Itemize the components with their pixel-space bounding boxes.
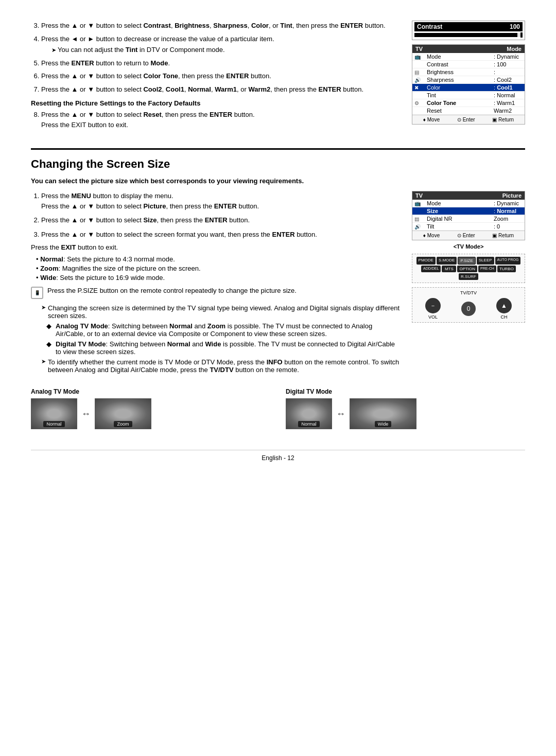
main-content: Press the MENU button to display the men… (31, 191, 525, 378)
bullet-list: Normal: Sets the picture to 4:3 normal m… (31, 255, 402, 282)
reset-heading: Resetting the Picture Settings to the Fa… (31, 99, 402, 107)
zero-btn[interactable]: 0 (461, 302, 476, 316)
ch-label: CH (501, 314, 508, 320)
contrast-bar-track (414, 33, 523, 37)
page: Press the ▲ or ▼ button to select Contra… (0, 0, 556, 482)
tv-menu-row-color: ✖ Color : Cool1 (412, 84, 525, 92)
tip-1: ➤ Changing the screen size is determined… (41, 304, 402, 320)
step-7: Press the ▲ or ▼ button to select Cool2,… (41, 84, 402, 95)
colortone-icon: ⚙ (414, 100, 425, 106)
tip-digital: ◆ Digital TV Mode: Switching between Nor… (46, 340, 402, 356)
tv-menu-right-size: Size : Normal (412, 207, 525, 215)
turbo-btn[interactable]: TURBO (497, 266, 516, 272)
mts-btn[interactable]: MTS (442, 266, 456, 272)
tip-identify: ➤ To identify whether the current mode i… (41, 358, 402, 374)
digital-arrow: ↔ (336, 409, 345, 419)
contrast-label: Contrast (417, 23, 442, 30)
step-8: Press the ▲ or ▼ button to select Reset,… (41, 110, 402, 130)
page-footer: English - 12 (31, 450, 525, 462)
bullet-zoom: Zoom: Magnifies the size of the picture … (36, 265, 402, 272)
ch-up-btn[interactable]: ▲ (496, 298, 512, 313)
sleep-btn[interactable]: SLEEP (477, 257, 494, 265)
contrast-bar-container: Contrast 100 (412, 21, 525, 40)
tv-menu-row-reset: Reset Warm2 (412, 107, 525, 115)
tv-menu-row-tint: Tint : Normal (412, 92, 525, 99)
exit-note: Press the EXIT button to exit. (31, 243, 402, 251)
psize-btn[interactable]: P.SIZE (458, 257, 475, 265)
tv-menu-row-contrast: Contrast : 100 (412, 61, 525, 68)
right-panels: TV Picture 📺 Mode : Dynamic Size : Norma… (412, 191, 525, 378)
pmode-btn[interactable]: PMODE (416, 257, 436, 265)
digital-wide-screen: Wide (350, 398, 416, 429)
numbered-steps: Press the MENU button to display the men… (31, 191, 402, 239)
psize-note: Press the P.SIZE button on the remote co… (47, 287, 297, 294)
footer-text: English - 12 (262, 454, 294, 462)
remote-top-box: PMODE S.MODE P.SIZE SLEEP AUTO PROG ADD/… (412, 254, 525, 283)
vol-control: － VOL (425, 298, 441, 320)
prech-btn[interactable]: PRE-CH (478, 266, 496, 272)
rsurf-btn[interactable]: R.SURF (459, 273, 478, 280)
tv-menu-row-colortone: ⚙ Color Tone : Warm1 (412, 99, 525, 107)
tv-menu-right-digitalnr: ▤ Digital NR Zoom (412, 215, 525, 223)
tv-menu-right: TV Picture 📺 Mode : Dynamic Size : Norma… (412, 191, 525, 240)
contrast-bar-thumb (520, 32, 523, 38)
r-footer-move: ♦ Move (423, 233, 440, 238)
tv-menu-top-title-left: TV (415, 46, 423, 52)
bullet-normal: Normal: Sets the picture to 4:3 normal m… (36, 255, 402, 263)
change-step-2: Press the ▲ or ▼ button to select Size, … (41, 215, 402, 225)
vol-down-btn[interactable]: － (425, 298, 441, 313)
r-footer-return: ▣ Return (492, 233, 514, 238)
r-footer-enter: ⊙ Enter (457, 233, 475, 238)
tv-menu-right-mode: 📺 Mode : Dynamic (412, 200, 525, 207)
r-dnr-icon: ▤ (414, 216, 425, 222)
tv-mode-label: <TV Mode> (412, 243, 525, 250)
tip-analog: ◆ Analog TV Mode: Switching between Norm… (46, 322, 402, 338)
brightness-icon: ▤ (414, 69, 425, 75)
analog-normal-screen: Normal (31, 398, 77, 429)
section-title: Changing the Screen Size (31, 157, 525, 171)
contrast-bar-header: Contrast 100 (414, 22, 523, 31)
color-icon: ✖ (414, 85, 425, 91)
note-box: 📱 Press the P.SIZE button on the remote … (31, 287, 402, 299)
tv-menu-right-tilt: 🔊 Tilt : 0 (412, 223, 525, 231)
top-text: Press the ▲ or ▼ button to select Contra… (31, 21, 402, 133)
r-tilt-icon: 🔊 (414, 224, 425, 230)
bullet-wide: Wide: Sets the picture to 16:9 wide mode… (36, 274, 402, 282)
vol-label: VOL (428, 314, 438, 320)
tv-menu-top: TV Mode 📺 Mode : Dynamic Contrast : 100 … (412, 44, 525, 125)
footer-enter: ⊙ Enter (457, 117, 475, 122)
change-step-1: Press the MENU button to display the men… (41, 191, 402, 211)
analog-mode-group: Analog TV Mode Normal ↔ Zoom (31, 388, 270, 429)
step-4: Press the ◄ or ► button to decrease or i… (41, 34, 402, 55)
smode-btn[interactable]: S.MODE (437, 257, 457, 265)
analog-normal-label: Normal (43, 421, 64, 427)
option-btn[interactable]: OPTION (457, 266, 477, 272)
exit-note-top: Press the EXIT button to exit. (41, 121, 128, 129)
analog-mode-title: Analog TV Mode (31, 388, 270, 395)
main-text: Press the MENU button to display the men… (31, 191, 402, 378)
tvdtv-label: TV/DTV (415, 290, 522, 295)
analog-mode-screens: Normal ↔ Zoom (31, 398, 270, 429)
tv-menu-row-sharpness: 🔊 Sharpness : Cool2 (412, 76, 525, 84)
step-6: Press the ▲ or ▼ button to select Color … (41, 71, 402, 81)
autoprog-btn[interactable]: AUTO PROG (495, 257, 521, 265)
contrast-box: Contrast 100 TV Mode 📺 Mode : Dynamic (412, 21, 525, 133)
remote-volch-box: TV/DTV － VOL 0 ▲ CH (412, 287, 525, 323)
tv-menu-top-footer: ♦ Move ⊙ Enter ▣ Return (412, 115, 525, 124)
step-3: Press the ▲ or ▼ button to select Contra… (41, 21, 402, 31)
digital-mode-group: Digital TV Mode Normal ↔ Wide (286, 388, 525, 429)
step-5: Press the ENTER button to return to Mode… (41, 58, 402, 68)
footer-return: ▣ Return (492, 117, 514, 122)
sharpness-icon: 🔊 (414, 77, 425, 83)
change-step-3: Press the ▲ or ▼ button to select the sc… (41, 230, 402, 240)
remote-top-buttons: PMODE S.MODE P.SIZE SLEEP AUTO PROG ADD/… (415, 257, 522, 280)
footer-move: ♦ Move (423, 117, 440, 122)
tv-menu-right-header: TV Picture (412, 191, 525, 200)
tip-box: ➤ Changing the screen size is determined… (31, 304, 402, 374)
section-divider (31, 148, 525, 150)
remote-icon: 📱 (31, 287, 43, 299)
ch-control: ▲ CH (496, 298, 512, 320)
adddel-btn[interactable]: ADD/DEL (421, 266, 441, 272)
digital-mode-screens: Normal ↔ Wide (286, 398, 525, 429)
digital-wide-label: Wide (375, 421, 392, 427)
